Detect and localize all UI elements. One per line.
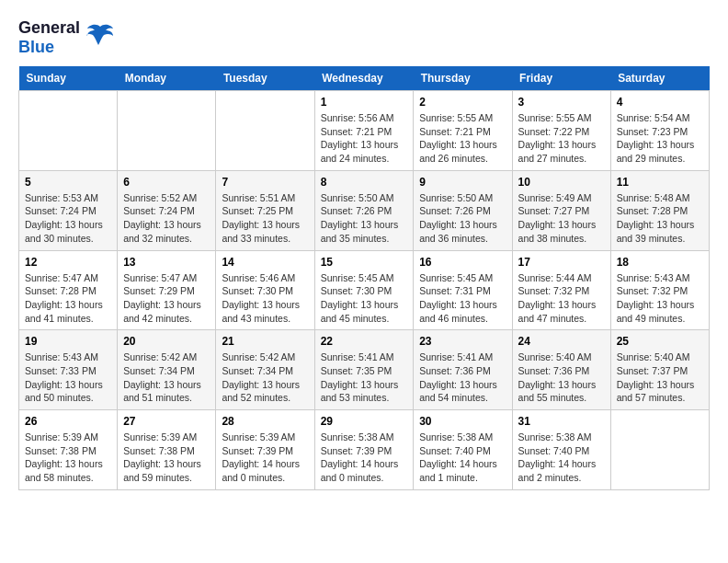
calendar-cell: 23Sunrise: 5:41 AM Sunset: 7:36 PM Dayli… (414, 330, 512, 410)
logo: General Blue (18, 18, 115, 57)
day-number: 23 (419, 335, 506, 348)
calendar-header-row: SundayMondayTuesdayWednesdayThursdayFrid… (19, 66, 710, 91)
day-number: 30 (419, 415, 506, 428)
day-number: 29 (321, 415, 408, 428)
day-number: 4 (617, 96, 703, 109)
calendar-cell: 4Sunrise: 5:54 AM Sunset: 7:23 PM Daylig… (610, 91, 709, 171)
day-number: 14 (222, 256, 308, 269)
day-info: Sunrise: 5:41 AM Sunset: 7:35 PM Dayligh… (321, 350, 408, 405)
day-number: 18 (617, 256, 703, 269)
calendar-day-header: Thursday (414, 66, 512, 91)
logo-bird-icon (85, 23, 115, 49)
day-info: Sunrise: 5:45 AM Sunset: 7:31 PM Dayligh… (419, 271, 506, 326)
calendar-cell: 15Sunrise: 5:45 AM Sunset: 7:30 PM Dayli… (314, 250, 414, 330)
calendar-cell: 12Sunrise: 5:47 AM Sunset: 7:28 PM Dayli… (19, 250, 118, 330)
calendar-day-header: Sunday (19, 66, 118, 91)
calendar-day-header: Friday (512, 66, 610, 91)
day-number: 19 (25, 335, 111, 348)
calendar-cell: 9Sunrise: 5:50 AM Sunset: 7:26 PM Daylig… (414, 170, 512, 250)
day-info: Sunrise: 5:43 AM Sunset: 7:33 PM Dayligh… (25, 350, 111, 405)
day-number: 6 (123, 176, 210, 189)
day-number: 17 (518, 256, 605, 269)
day-number: 27 (123, 415, 210, 428)
day-info: Sunrise: 5:50 AM Sunset: 7:26 PM Dayligh… (419, 191, 506, 246)
day-info: Sunrise: 5:40 AM Sunset: 7:36 PM Dayligh… (518, 350, 605, 405)
day-info: Sunrise: 5:44 AM Sunset: 7:32 PM Dayligh… (518, 271, 605, 326)
day-info: Sunrise: 5:55 AM Sunset: 7:21 PM Dayligh… (419, 111, 506, 166)
day-info: Sunrise: 5:53 AM Sunset: 7:24 PM Dayligh… (25, 191, 111, 246)
day-info: Sunrise: 5:46 AM Sunset: 7:30 PM Dayligh… (222, 271, 308, 326)
day-number: 26 (25, 415, 111, 428)
calendar-cell: 29Sunrise: 5:38 AM Sunset: 7:39 PM Dayli… (314, 410, 414, 490)
day-number: 28 (222, 415, 308, 428)
calendar-day-header: Tuesday (216, 66, 314, 91)
calendar-cell: 26Sunrise: 5:39 AM Sunset: 7:38 PM Dayli… (19, 410, 118, 490)
calendar-cell: 7Sunrise: 5:51 AM Sunset: 7:25 PM Daylig… (216, 170, 314, 250)
calendar-cell: 16Sunrise: 5:45 AM Sunset: 7:31 PM Dayli… (414, 250, 512, 330)
page-header: General Blue (18, 18, 710, 57)
logo-blue: Blue (18, 38, 54, 56)
day-info: Sunrise: 5:55 AM Sunset: 7:22 PM Dayligh… (518, 111, 605, 166)
day-number: 1 (321, 96, 408, 109)
calendar-cell: 17Sunrise: 5:44 AM Sunset: 7:32 PM Dayli… (512, 250, 610, 330)
logo-general: General (18, 18, 80, 37)
calendar-cell: 6Sunrise: 5:52 AM Sunset: 7:24 PM Daylig… (118, 170, 216, 250)
calendar-cell: 24Sunrise: 5:40 AM Sunset: 7:36 PM Dayli… (512, 330, 610, 410)
day-info: Sunrise: 5:38 AM Sunset: 7:40 PM Dayligh… (419, 431, 506, 485)
day-info: Sunrise: 5:40 AM Sunset: 7:37 PM Dayligh… (617, 350, 703, 405)
calendar-cell: 27Sunrise: 5:39 AM Sunset: 7:38 PM Dayli… (118, 410, 216, 490)
calendar-day-header: Saturday (610, 66, 709, 91)
day-info: Sunrise: 5:39 AM Sunset: 7:38 PM Dayligh… (25, 431, 111, 485)
day-info: Sunrise: 5:38 AM Sunset: 7:40 PM Dayligh… (518, 431, 605, 485)
calendar-cell (610, 410, 709, 490)
day-info: Sunrise: 5:45 AM Sunset: 7:30 PM Dayligh… (321, 271, 408, 326)
day-info: Sunrise: 5:42 AM Sunset: 7:34 PM Dayligh… (222, 350, 308, 405)
day-number: 7 (222, 176, 308, 189)
day-info: Sunrise: 5:54 AM Sunset: 7:23 PM Dayligh… (617, 111, 703, 166)
day-info: Sunrise: 5:47 AM Sunset: 7:28 PM Dayligh… (25, 271, 111, 326)
day-info: Sunrise: 5:56 AM Sunset: 7:21 PM Dayligh… (321, 111, 408, 166)
day-number: 22 (321, 335, 408, 348)
day-number: 8 (321, 176, 408, 189)
day-number: 12 (25, 256, 111, 269)
calendar-week-row: 26Sunrise: 5:39 AM Sunset: 7:38 PM Dayli… (19, 410, 710, 490)
calendar-week-row: 1Sunrise: 5:56 AM Sunset: 7:21 PM Daylig… (19, 91, 710, 171)
calendar-table: SundayMondayTuesdayWednesdayThursdayFrid… (18, 66, 710, 490)
calendar-cell: 20Sunrise: 5:42 AM Sunset: 7:34 PM Dayli… (118, 330, 216, 410)
day-info: Sunrise: 5:39 AM Sunset: 7:39 PM Dayligh… (222, 431, 308, 485)
day-number: 5 (25, 176, 111, 189)
calendar-cell: 19Sunrise: 5:43 AM Sunset: 7:33 PM Dayli… (19, 330, 118, 410)
calendar-cell: 30Sunrise: 5:38 AM Sunset: 7:40 PM Dayli… (414, 410, 512, 490)
day-info: Sunrise: 5:38 AM Sunset: 7:39 PM Dayligh… (321, 431, 408, 485)
day-number: 10 (518, 176, 605, 189)
day-info: Sunrise: 5:39 AM Sunset: 7:38 PM Dayligh… (123, 431, 210, 485)
calendar-cell: 21Sunrise: 5:42 AM Sunset: 7:34 PM Dayli… (216, 330, 314, 410)
day-number: 21 (222, 335, 308, 348)
calendar-week-row: 19Sunrise: 5:43 AM Sunset: 7:33 PM Dayli… (19, 330, 710, 410)
calendar-week-row: 5Sunrise: 5:53 AM Sunset: 7:24 PM Daylig… (19, 170, 710, 250)
day-number: 31 (518, 415, 605, 428)
calendar-cell: 25Sunrise: 5:40 AM Sunset: 7:37 PM Dayli… (610, 330, 709, 410)
calendar-cell: 28Sunrise: 5:39 AM Sunset: 7:39 PM Dayli… (216, 410, 314, 490)
day-number: 11 (617, 176, 703, 189)
calendar-cell: 2Sunrise: 5:55 AM Sunset: 7:21 PM Daylig… (414, 91, 512, 171)
logo-text: General Blue (18, 18, 80, 57)
calendar-cell: 11Sunrise: 5:48 AM Sunset: 7:28 PM Dayli… (610, 170, 709, 250)
calendar-cell: 10Sunrise: 5:49 AM Sunset: 7:27 PM Dayli… (512, 170, 610, 250)
day-number: 9 (419, 176, 506, 189)
day-info: Sunrise: 5:42 AM Sunset: 7:34 PM Dayligh… (123, 350, 210, 405)
calendar-cell: 3Sunrise: 5:55 AM Sunset: 7:22 PM Daylig… (512, 91, 610, 171)
day-info: Sunrise: 5:51 AM Sunset: 7:25 PM Dayligh… (222, 191, 308, 246)
day-number: 2 (419, 96, 506, 109)
day-info: Sunrise: 5:50 AM Sunset: 7:26 PM Dayligh… (321, 191, 408, 246)
calendar-cell: 1Sunrise: 5:56 AM Sunset: 7:21 PM Daylig… (314, 91, 414, 171)
day-number: 15 (321, 256, 408, 269)
calendar-cell: 22Sunrise: 5:41 AM Sunset: 7:35 PM Dayli… (314, 330, 414, 410)
calendar-day-header: Wednesday (314, 66, 414, 91)
calendar-cell: 13Sunrise: 5:47 AM Sunset: 7:29 PM Dayli… (118, 250, 216, 330)
calendar-cell: 31Sunrise: 5:38 AM Sunset: 7:40 PM Dayli… (512, 410, 610, 490)
calendar-cell (19, 91, 118, 171)
day-number: 16 (419, 256, 506, 269)
day-number: 24 (518, 335, 605, 348)
calendar-cell (216, 91, 314, 171)
